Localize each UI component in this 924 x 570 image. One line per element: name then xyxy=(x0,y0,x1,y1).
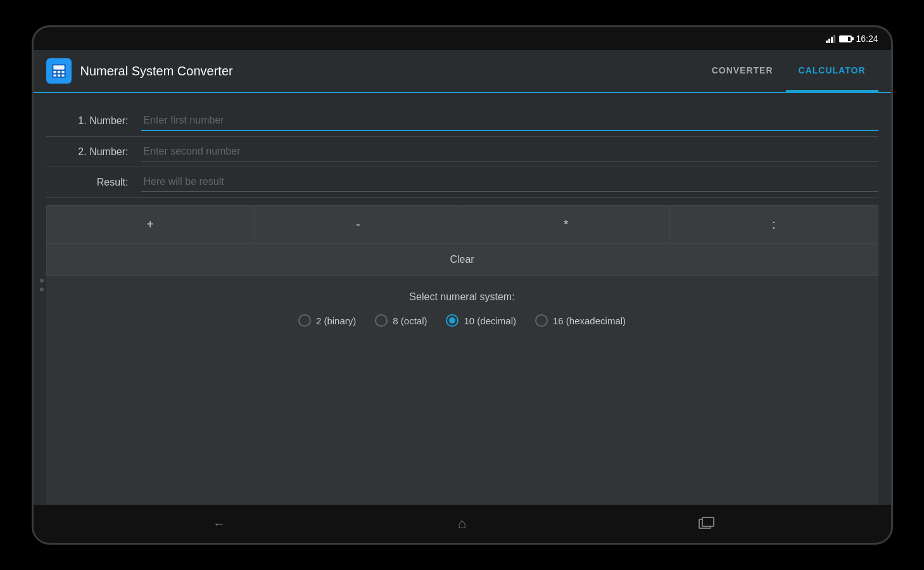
home-icon: ⌂ xyxy=(458,516,466,531)
operation-buttons: + - * : xyxy=(46,205,878,244)
scroll-dot-1 xyxy=(40,279,44,282)
radio-decimal-label: 10 (decimal) xyxy=(464,315,516,326)
home-button[interactable]: ⌂ xyxy=(445,510,479,537)
svg-rect-2 xyxy=(53,71,56,73)
svg-rect-1 xyxy=(53,65,64,70)
app-header: Numeral System Converter CONVERTER CALCU… xyxy=(34,50,891,93)
numeral-system-section: Select numeral system: 2 (binary) 8 (oct… xyxy=(46,276,878,505)
svg-rect-4 xyxy=(61,71,64,73)
tabs: CONVERTER CALCULATOR xyxy=(699,50,878,92)
status-icons: 16:24 xyxy=(826,34,878,44)
status-bar: 16:24 xyxy=(34,27,891,50)
svg-rect-7 xyxy=(61,74,64,76)
tab-converter[interactable]: CONVERTER xyxy=(699,50,786,92)
radio-group: 2 (binary) 8 (octal) 10 (decimal) xyxy=(59,314,866,327)
signal-icon xyxy=(826,34,835,43)
number2-row: 2. Number: xyxy=(46,137,878,167)
radio-hexadecimal-circle xyxy=(535,314,548,327)
back-button[interactable]: ← xyxy=(200,510,238,537)
signal-bar-2 xyxy=(828,39,830,43)
number2-label: 2. Number: xyxy=(46,146,141,158)
add-button[interactable]: + xyxy=(47,206,255,243)
number1-input[interactable] xyxy=(141,111,878,131)
signal-bar-3 xyxy=(831,37,833,43)
svg-rect-3 xyxy=(57,71,60,73)
radio-hexadecimal-label: 16 (hexadecimal) xyxy=(553,315,626,326)
radio-decimal-circle xyxy=(446,314,459,327)
device-frame: 16:24 xyxy=(32,25,893,545)
radio-hexadecimal[interactable]: 16 (hexadecimal) xyxy=(535,314,626,327)
radio-octal[interactable]: 8 (octal) xyxy=(375,314,427,327)
calculator-icon xyxy=(51,63,67,79)
multiply-button[interactable]: * xyxy=(462,206,670,243)
svg-rect-6 xyxy=(57,74,60,76)
battery-fill xyxy=(840,37,848,41)
recents-icon xyxy=(699,519,711,529)
number2-input[interactable] xyxy=(141,142,878,162)
bottom-nav: ← ⌂ xyxy=(34,505,891,543)
battery-icon xyxy=(839,35,852,42)
tab-calculator[interactable]: CALCULATOR xyxy=(786,50,878,92)
app-title: Numeral System Converter xyxy=(80,64,699,79)
signal-bar-1 xyxy=(826,41,828,43)
result-row: Result: Here will be result xyxy=(46,167,878,198)
number1-row: 1. Number: xyxy=(46,106,878,137)
status-time: 16:24 xyxy=(856,34,878,44)
scroll-dot-2 xyxy=(40,288,44,291)
subtract-button[interactable]: - xyxy=(255,206,462,243)
result-label: Result: xyxy=(46,177,141,188)
back-icon: ← xyxy=(213,517,225,531)
radio-binary-circle xyxy=(298,314,311,327)
calculator-content: 1. Number: 2. Number: Result: Here will … xyxy=(34,93,891,505)
numeral-system-title: Select numeral system: xyxy=(59,291,866,303)
scroll-dots xyxy=(40,279,44,291)
result-value: Here will be result xyxy=(141,172,878,192)
clear-button[interactable]: Clear xyxy=(46,244,878,276)
radio-binary-label: 2 (binary) xyxy=(316,315,356,326)
radio-decimal[interactable]: 10 (decimal) xyxy=(446,314,516,327)
svg-rect-5 xyxy=(53,74,56,76)
recents-button[interactable] xyxy=(686,514,724,534)
app-icon xyxy=(46,58,72,84)
signal-bar-4 xyxy=(833,35,835,43)
divide-button[interactable]: : xyxy=(670,206,877,243)
number1-label: 1. Number: xyxy=(46,115,141,127)
radio-octal-label: 8 (octal) xyxy=(393,315,427,326)
app-area: Numeral System Converter CONVERTER CALCU… xyxy=(34,50,891,505)
radio-octal-circle xyxy=(375,314,388,327)
radio-binary[interactable]: 2 (binary) xyxy=(298,314,356,327)
